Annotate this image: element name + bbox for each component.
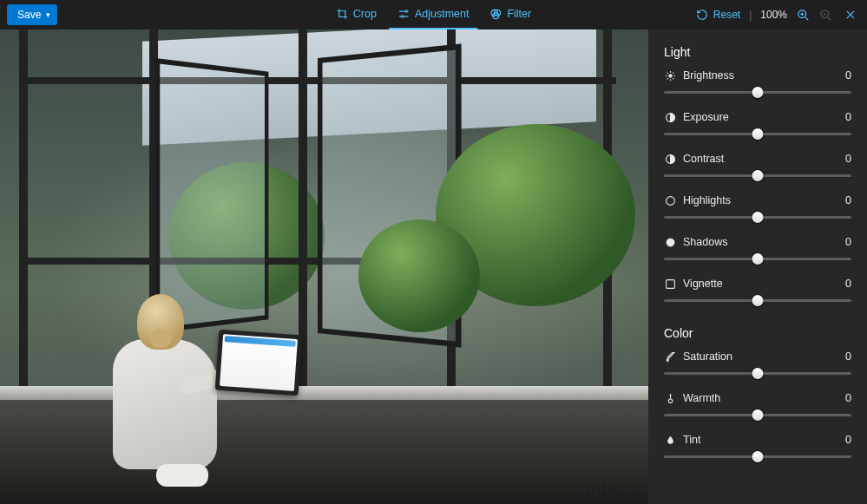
highlights-slider[interactable]	[664, 210, 851, 224]
light-section-title: Light	[664, 45, 851, 59]
reset-label: Reset	[713, 9, 740, 21]
exposure-value: 0	[845, 111, 851, 123]
warmth-thumb[interactable]	[752, 409, 764, 421]
shadows-value: 0	[845, 236, 851, 248]
exposure-slider[interactable]	[664, 127, 851, 141]
brightness-slider[interactable]	[664, 85, 851, 99]
warmth-row: Warmth 0	[664, 392, 851, 422]
saturation-slider[interactable]	[664, 366, 851, 380]
warmth-value: 0	[845, 392, 851, 404]
tab-crop-label: Crop	[353, 8, 377, 20]
svg-point-1	[401, 16, 403, 17]
svg-point-7	[668, 74, 672, 77]
saturation-label: Saturation	[683, 350, 838, 363]
warmth-slider[interactable]	[664, 408, 851, 422]
tab-adjustment[interactable]: Adjustment	[389, 0, 478, 29]
zoom-percent: 100%	[760, 9, 787, 21]
tint-value: 0	[845, 434, 851, 446]
contrast-icon	[664, 153, 676, 165]
vignette-row: Vignette 0	[664, 278, 851, 307]
close-icon[interactable]	[841, 9, 860, 21]
watermark-text: itdw.cr	[585, 478, 643, 501]
main-area: itdw.cr Light Brightness 0 Exposure 0 Co	[0, 29, 867, 504]
exposure-label: Exposure	[683, 111, 838, 123]
zoom-in-icon[interactable]	[796, 8, 810, 22]
warmth-icon	[664, 392, 676, 404]
tint-row: Tint 0	[664, 434, 851, 463]
brightness-row: Brightness 0	[664, 69, 851, 99]
tint-thumb[interactable]	[752, 451, 764, 462]
contrast-label: Contrast	[683, 153, 838, 165]
chevron-down-icon: ▾	[46, 10, 50, 19]
saturation-thumb[interactable]	[752, 368, 764, 379]
brightness-label: Brightness	[683, 69, 838, 82]
exposure-row: Exposure 0	[664, 111, 851, 141]
highlights-icon	[664, 194, 676, 206]
svg-rect-12	[666, 279, 674, 288]
save-label: Save	[17, 9, 41, 21]
top-toolbar: Save ▾ Crop Adjustment Filter R	[0, 0, 867, 29]
shadows-thumb[interactable]	[752, 253, 764, 265]
crop-icon	[336, 8, 348, 20]
tab-filter[interactable]: Filter	[481, 0, 540, 29]
vignette-slider[interactable]	[664, 293, 851, 307]
svg-point-13	[667, 359, 667, 360]
vignette-thumb[interactable]	[752, 295, 764, 306]
tool-tabs: Crop Adjustment Filter	[327, 0, 540, 29]
warmth-label: Warmth	[683, 392, 838, 404]
edited-photo: itdw.cr	[0, 29, 648, 504]
color-section-title: Color	[664, 326, 851, 340]
tab-adjustment-label: Adjustment	[415, 8, 470, 20]
shadows-slider[interactable]	[664, 252, 851, 265]
contrast-thumb[interactable]	[752, 170, 764, 181]
saturation-row: Saturation 0	[664, 350, 851, 380]
svg-point-14	[668, 399, 672, 403]
tint-label: Tint	[683, 434, 838, 446]
save-button[interactable]: Save ▾	[7, 4, 57, 25]
brightness-thumb[interactable]	[752, 87, 764, 98]
tab-filter-label: Filter	[507, 8, 531, 20]
highlights-value: 0	[845, 194, 851, 206]
saturation-value: 0	[845, 350, 851, 363]
highlights-row: Highlights 0	[664, 194, 851, 224]
zoom-out-icon[interactable]	[818, 8, 832, 22]
contrast-row: Contrast 0	[664, 153, 851, 182]
shadows-label: Shadows	[683, 236, 838, 248]
brightness-value: 0	[845, 69, 851, 82]
highlights-thumb[interactable]	[752, 212, 764, 223]
divider: |	[749, 9, 752, 21]
adjustment-icon	[397, 8, 410, 20]
shadows-icon	[664, 236, 676, 248]
vignette-icon	[664, 278, 676, 290]
highlights-label: Highlights	[683, 194, 838, 206]
svg-point-10	[666, 196, 674, 205]
vignette-label: Vignette	[683, 278, 838, 290]
tab-crop[interactable]: Crop	[327, 0, 385, 29]
vignette-value: 0	[845, 278, 851, 290]
adjustments-panel: Light Brightness 0 Exposure 0 Contrast 0	[648, 29, 867, 504]
reset-icon	[696, 9, 708, 21]
tint-icon	[664, 434, 676, 446]
exposure-thumb[interactable]	[752, 128, 764, 140]
reset-button[interactable]: Reset	[696, 9, 740, 21]
brightness-icon	[664, 69, 676, 82]
toolbar-right: Reset | 100%	[696, 8, 860, 22]
contrast-value: 0	[845, 153, 851, 165]
saturation-icon	[664, 350, 676, 363]
tint-slider[interactable]	[664, 449, 851, 463]
filter-icon	[489, 8, 502, 20]
shadows-row: Shadows 0	[664, 236, 851, 265]
image-canvas[interactable]: itdw.cr	[0, 29, 648, 504]
exposure-icon	[664, 111, 676, 123]
svg-point-0	[405, 10, 407, 12]
contrast-slider[interactable]	[664, 168, 851, 182]
svg-point-11	[666, 238, 674, 246]
